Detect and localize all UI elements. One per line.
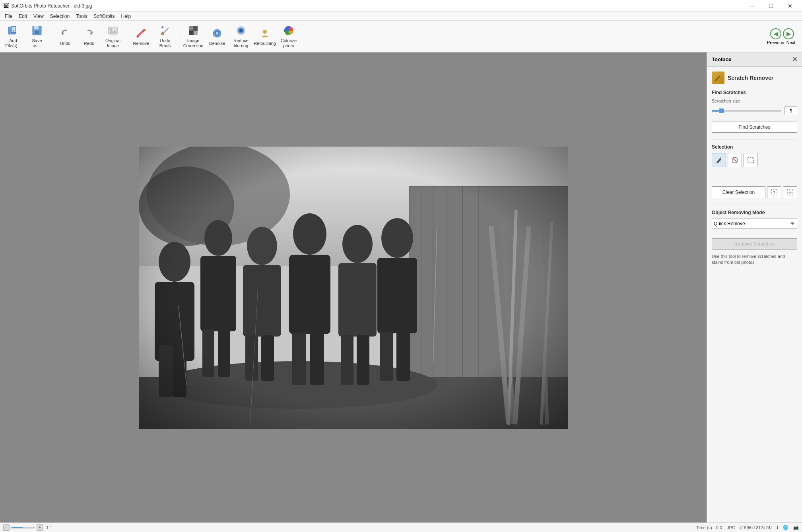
undo-brush-button[interactable]: UndoBrush — [153, 22, 177, 51]
time-label: Time (s): 0.0 — [696, 525, 722, 530]
selection-canvas-area — [712, 170, 797, 186]
colorize-photo-button[interactable]: Colorizephoto — [277, 22, 300, 51]
minimize-button[interactable]: ─ — [744, 0, 761, 12]
undo-button[interactable]: Undo — [54, 22, 77, 51]
save-as-icon — [31, 24, 43, 37]
zoom-slider[interactable] — [11, 527, 35, 528]
undo-label: Undo — [60, 41, 70, 46]
clear-selection-button[interactable]: Clear Selection — [712, 186, 765, 198]
maximize-button[interactable]: ☐ — [762, 0, 780, 12]
add-files-button[interactable]: + AddFile(s)... — [2, 22, 25, 51]
svg-rect-6 — [35, 31, 39, 34]
info-icon[interactable]: ℹ — [777, 525, 778, 530]
next-button[interactable]: ▶ — [783, 28, 794, 39]
canvas-area[interactable] — [0, 52, 707, 522]
selection-import-button[interactable] — [767, 186, 781, 198]
scratches-size-row: Scratches size — [712, 99, 797, 103]
remove-icon — [135, 27, 148, 40]
app-icon: 🖼 — [3, 3, 9, 9]
svg-rect-73 — [139, 147, 568, 429]
status-left: - + 1:1 — [3, 524, 52, 531]
photo-container — [0, 52, 707, 522]
find-scratches-section: Find Scratches Scratches size 5 Find Scr… — [712, 90, 797, 133]
pencil-selection-button[interactable] — [712, 153, 726, 167]
svg-point-74 — [719, 74, 722, 77]
undo-brush-label: UndoBrush — [159, 38, 171, 48]
svg-point-24 — [239, 29, 243, 32]
menu-tools[interactable]: Tools — [73, 13, 90, 20]
help-text: Use this tool to remove scratches and st… — [712, 253, 797, 266]
quick-remove-dropdown[interactable]: Quick Remove Inpainting — [712, 219, 797, 229]
camera-icon[interactable]: 📷 — [793, 525, 799, 530]
remove-button[interactable]: Remove — [130, 22, 153, 51]
add-files-icon: + — [7, 24, 19, 37]
toolbox-content: Scratch Remover Find Scratches Scratches… — [707, 67, 802, 271]
denoise-button[interactable]: Denoise — [206, 22, 229, 51]
close-button[interactable]: ✕ — [781, 0, 799, 12]
divider-2 — [712, 205, 797, 205]
time-value: 0.0 — [716, 525, 722, 530]
remove-scratches-button[interactable]: Remove Scratches — [712, 238, 797, 250]
save-as-button[interactable]: Saveas... — [25, 22, 49, 51]
next-label: Next — [785, 40, 797, 45]
status-right: Time (s): 0.0 JPG (1998x1312x24) ℹ 🌐 📷 — [696, 525, 799, 530]
reduce-blurring-label: Reduceblurring — [233, 38, 249, 48]
remove-label: Remove — [133, 41, 150, 46]
menu-selection[interactable]: Selection — [47, 13, 73, 20]
redo-button[interactable]: Redo — [78, 22, 101, 51]
reduce-blurring-button[interactable]: Reduceblurring — [229, 22, 252, 51]
share-icon[interactable]: 🌐 — [783, 525, 788, 530]
previous-button[interactable]: ◀ — [770, 28, 781, 39]
save-as-label: Saveas... — [32, 38, 42, 48]
retouching-button[interactable]: Retouching — [253, 22, 276, 51]
svg-point-12 — [161, 32, 164, 35]
image-correction-button[interactable]: ImageCorrection — [182, 22, 205, 51]
svg-marker-7 — [62, 32, 64, 35]
redo-label: Redo — [84, 41, 94, 46]
eraser-selection-button[interactable] — [728, 153, 742, 167]
svg-text:+: + — [12, 29, 14, 33]
retouching-label: Retouching — [254, 41, 276, 46]
rect-selection-button[interactable] — [744, 153, 758, 167]
scratches-size-slider-row: 5 — [712, 106, 797, 115]
scratches-size-value[interactable]: 5 — [785, 106, 797, 115]
original-image-label: OriginalImage — [105, 38, 120, 48]
zoom-fill — [12, 527, 23, 528]
zoom-out-button[interactable]: - — [3, 524, 10, 531]
photo-image — [139, 147, 568, 429]
reduce-blurring-icon — [235, 24, 247, 37]
scratches-size-thumb[interactable] — [719, 108, 724, 113]
denoise-icon — [211, 27, 223, 40]
tool-title-row: Scratch Remover — [712, 72, 797, 84]
status-bar: - + 1:1 Time (s): 0.0 JPG (1998x1312x24)… — [0, 522, 802, 532]
menu-softorbits[interactable]: SoftOrbits — [90, 13, 118, 20]
svg-rect-15 — [189, 26, 193, 30]
dimensions-label: (1998x1312x24) — [740, 525, 772, 530]
toolbox-close-button[interactable]: ✕ — [792, 56, 797, 63]
menu-edit[interactable]: Edit — [16, 13, 30, 20]
denoise-label: Denoise — [209, 41, 225, 46]
menu-file[interactable]: File — [2, 13, 16, 20]
undo-icon — [59, 27, 72, 40]
title-bar-left: 🖼 SoftOrbits Photo Retoucher - old-3.jpg — [3, 3, 92, 9]
retouching-icon — [258, 27, 271, 40]
selection-tools-row — [712, 153, 797, 167]
find-scratches-button[interactable]: Find Scratches — [712, 122, 797, 133]
svg-line-75 — [720, 157, 721, 158]
menu-help[interactable]: Help — [118, 13, 134, 20]
add-files-label: AddFile(s)... — [5, 38, 21, 48]
undo-brush-icon — [159, 24, 171, 37]
scratches-size-label: Scratches size — [712, 99, 740, 103]
colorize-photo-icon — [282, 24, 295, 37]
menu-view[interactable]: View — [30, 13, 47, 20]
svg-point-21 — [216, 32, 218, 35]
scratches-size-track[interactable] — [712, 110, 781, 112]
toolbox-panel: Toolbox ✕ Scratch Remover Find Scratches… — [707, 52, 802, 522]
svg-point-25 — [263, 30, 267, 34]
zoom-in-button[interactable]: + — [37, 524, 43, 531]
selection-export-button[interactable] — [783, 186, 797, 198]
zoom-control: - + 1:1 — [3, 524, 52, 531]
svg-marker-8 — [90, 32, 92, 35]
original-image-button[interactable]: OriginalImage — [101, 22, 124, 51]
format-label: JPG — [727, 525, 735, 530]
